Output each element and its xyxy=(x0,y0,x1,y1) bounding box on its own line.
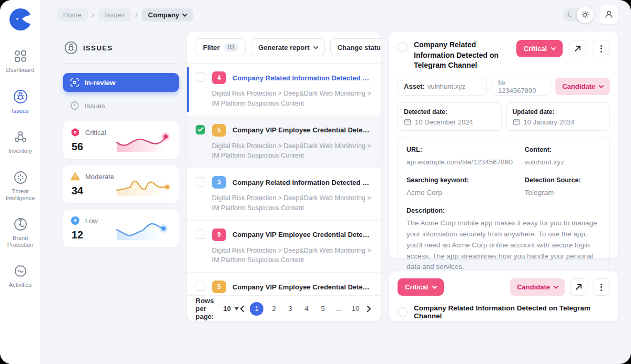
threat-virus-icon xyxy=(14,171,27,184)
description-field: Description: The Acme Corp mobile app ma… xyxy=(406,207,601,273)
severity-dropdown[interactable]: Critical xyxy=(516,40,563,57)
status-dropdown[interactable]: Candidate xyxy=(555,78,610,95)
row-checkbox[interactable] xyxy=(196,72,205,82)
stat-label: Critical xyxy=(85,129,106,137)
page-button[interactable]: 3 xyxy=(284,302,296,316)
status-dropdown[interactable]: Candidate xyxy=(510,278,565,296)
row-checkbox[interactable] xyxy=(196,177,205,186)
page-button[interactable]: 1 xyxy=(250,302,263,316)
row-checkbox[interactable] xyxy=(196,230,205,239)
chevron-down-icon xyxy=(313,44,318,49)
page-ellipsis: ... xyxy=(333,302,345,316)
rows-per-page-select[interactable]: Rows per page: 10 xyxy=(196,297,239,320)
issue-number-field: № 1234567890 xyxy=(492,78,551,96)
fishhook-icon xyxy=(14,217,27,231)
issues-panel-icon xyxy=(64,41,78,55)
page-button[interactable]: 10 xyxy=(350,302,361,316)
chevron-right-icon xyxy=(367,306,371,312)
kebab-icon xyxy=(601,284,602,291)
change-status-button[interactable]: Change status xyxy=(330,38,381,56)
arrow-up-right-icon xyxy=(574,45,581,52)
issue-row[interactable]: 5 Company VIP Employee Credential Detect… xyxy=(187,116,381,169)
sidebar-item-label: Inventory xyxy=(8,148,32,154)
inventory-nodes-icon xyxy=(14,130,27,144)
arrow-up-right-icon xyxy=(575,284,582,290)
page-button[interactable]: 4 xyxy=(301,302,312,316)
stat-card-moderate[interactable]: Moderate 34 xyxy=(63,165,179,203)
row-checkbox[interactable] xyxy=(196,282,205,291)
issue-title[interactable]: Company VIP Employee Credential Detected xyxy=(232,231,372,238)
user-icon xyxy=(604,10,614,19)
chevron-down-icon xyxy=(182,12,187,17)
stat-label: Low xyxy=(85,217,98,225)
next-page-button[interactable] xyxy=(366,306,372,312)
issue-title[interactable]: Company Related Information Detected on … xyxy=(232,179,372,186)
page-numbers: 1 2 3 4 5 ... 10 xyxy=(239,302,372,316)
breadcrumb-home[interactable]: Home xyxy=(57,8,88,22)
issue-detail-card: Company Related Information Detected on … xyxy=(389,32,618,258)
dropdown-triangle-icon xyxy=(235,307,239,310)
detection-source-field: Detection Source: Telegram xyxy=(525,176,601,197)
sidebar-item-label: Activities xyxy=(9,282,32,288)
breadcrumb-company-dropdown[interactable]: Company xyxy=(142,8,193,22)
open-external-button[interactable] xyxy=(570,278,587,296)
pagination-bar: Rows per page: 10 1 2 3 4 5 ... xyxy=(187,295,381,321)
severity-dropdown[interactable]: Critical xyxy=(398,278,444,296)
next-issue-card: Critical Candidate xyxy=(389,271,618,321)
sidebar-item-dashboard[interactable]: Dashboard xyxy=(2,49,38,74)
url-field: URL: api.example.com/file/1234567890 xyxy=(406,146,517,167)
sidebar-item-issues[interactable]: Issues xyxy=(2,89,38,115)
low-info-icon xyxy=(70,216,80,225)
detected-date-field: Detected date: 10 December 2024 xyxy=(398,102,502,131)
moderate-warning-icon xyxy=(70,172,80,181)
more-options-button[interactable] xyxy=(593,278,610,296)
issue-row[interactable]: 4 Company Related Information Detected o… xyxy=(187,64,381,116)
prev-page-button[interactable] xyxy=(239,306,245,312)
sidebar-item-threat-intelligence[interactable]: Threat Intelligence xyxy=(2,171,38,202)
sidebar-item-activities[interactable]: Activities xyxy=(2,264,38,288)
issue-row[interactable]: 9 Company VIP Employee Credential Detect… xyxy=(187,221,381,273)
row-checkbox[interactable] xyxy=(196,125,205,134)
issue-category-path: Digital Risk Protection > Deep&Dark Web … xyxy=(212,141,372,161)
open-external-button[interactable] xyxy=(569,40,586,57)
sidebar-item-label: Threat Intelligence xyxy=(2,188,38,202)
page-button[interactable]: 2 xyxy=(268,302,280,316)
stat-card-critical[interactable]: Critical 56 xyxy=(63,121,179,159)
theme-toggle[interactable] xyxy=(563,8,592,22)
theme-knob xyxy=(577,6,594,23)
company-logo-icon[interactable] xyxy=(8,7,33,32)
chevron-down-icon xyxy=(599,83,604,88)
issue-title[interactable]: Company Related Information Detected on … xyxy=(232,74,372,82)
severity-count-badge: 5 xyxy=(212,280,226,293)
breadcrumb-separator: › xyxy=(135,11,138,19)
footer-radio[interactable] xyxy=(398,307,408,317)
chevron-down-icon xyxy=(551,45,556,50)
breadcrumb: Home › Issues › Company xyxy=(57,8,193,22)
tab-in-review[interactable]: In-review xyxy=(63,73,179,92)
issue-category-path: Digital Risk Protection > Deep&Dark Web … xyxy=(212,246,372,266)
generate-report-button[interactable]: Generate report xyxy=(251,38,325,56)
page-button[interactable]: 5 xyxy=(317,302,329,316)
tab-issues[interactable]: Issues xyxy=(63,96,179,115)
stat-card-low[interactable]: Low 12 xyxy=(63,210,179,247)
issue-title[interactable]: Company VIP Employee Credential Detected xyxy=(232,126,372,134)
icon-rail: Dashboard Issues Inventory Threat I xyxy=(0,0,41,364)
checkmark-icon xyxy=(198,127,203,132)
chevron-down-icon xyxy=(554,284,559,289)
low-sparkline xyxy=(115,217,174,241)
sidebar-item-label: Issues xyxy=(12,108,29,115)
sidebar-item-inventory[interactable]: Inventory xyxy=(2,130,38,154)
sidebar-item-brand-protection[interactable]: Brand Protection xyxy=(2,217,38,248)
filter-button[interactable]: Filter 03 xyxy=(196,38,246,56)
asset-field[interactable]: Asset: vulnhunt.xyz xyxy=(398,78,487,96)
breadcrumb-issues[interactable]: Issues xyxy=(98,8,131,22)
chevron-left-icon xyxy=(240,306,244,312)
stat-label: Moderate xyxy=(85,173,114,181)
detail-radio[interactable] xyxy=(398,42,408,52)
more-options-button[interactable] xyxy=(593,40,610,57)
divider xyxy=(63,63,179,64)
issue-title[interactable]: Company VIP Employee Credential Detected xyxy=(232,283,372,291)
issue-row[interactable]: 5 Company VIP Employee Credential Detect… xyxy=(187,273,381,295)
user-account-button[interactable] xyxy=(599,5,618,24)
issue-row[interactable]: 3 Company Related Information Detected o… xyxy=(187,168,381,221)
